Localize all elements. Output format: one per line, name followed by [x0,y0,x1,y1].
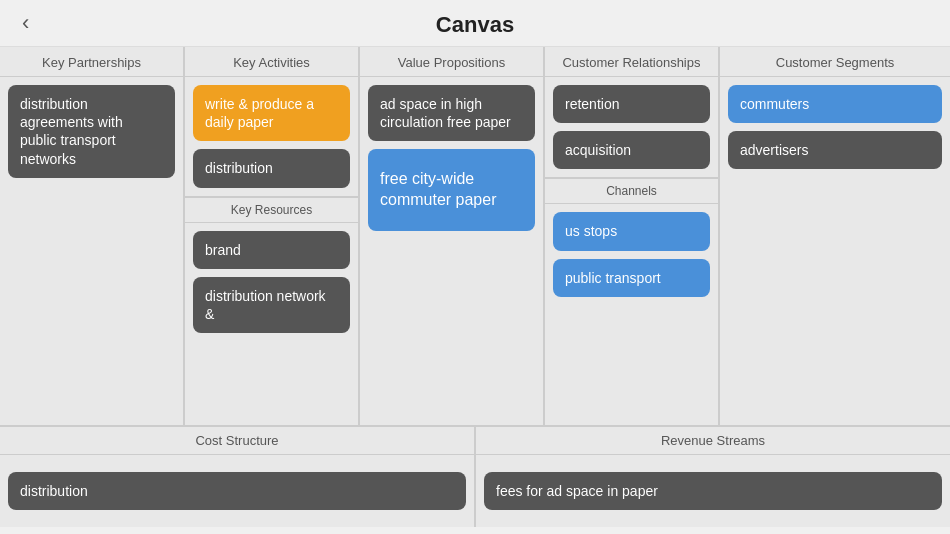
customer-segments-content: commuters advertisers [720,77,950,425]
value-propositions-column: Value Propositions ad space in high circ… [360,47,545,425]
canvas-area: Key Partnerships distribution agreements… [0,47,950,527]
cr-card-1[interactable]: retention [553,85,710,123]
header: ‹ Canvas [0,0,950,47]
partnerships-card-1[interactable]: distribution agreements with public tran… [8,85,175,178]
key-resources-header: Key Resources [185,197,358,223]
customer-segments-header: Customer Segments [720,47,950,77]
customer-relationships-header: Customer Relationships [545,47,718,77]
top-section: Key Partnerships distribution agreements… [0,47,950,427]
cr-card-2[interactable]: acquisition [553,131,710,169]
activities-card-1[interactable]: write & produce a daily paper [193,85,350,141]
page-title: Canvas [436,12,514,37]
revenue-card[interactable]: fees for ad space in paper [484,472,942,510]
activities-card-2[interactable]: distribution [193,149,350,187]
value-card-2[interactable]: free city-wide commuter paper [368,149,535,231]
customer-relationships-channels-column: Customer Relationships retention acquisi… [545,47,720,425]
key-partnerships-header: Key Partnerships [0,47,183,77]
back-button[interactable]: ‹ [14,6,37,40]
segments-card-1[interactable]: commuters [728,85,942,123]
channels-header: Channels [545,178,718,204]
key-activities-header: Key Activities [185,47,358,77]
channels-card-2[interactable]: public transport [553,259,710,297]
key-resources-section: Key Resources brand distribution network… [185,196,358,342]
channels-content: us stops public transport [545,204,718,304]
customer-relationships-content: retention acquisition [545,77,718,177]
key-partnerships-column: Key Partnerships distribution agreements… [0,47,185,425]
cost-card[interactable]: distribution [8,472,466,510]
key-activities-resources-column: Key Activities write & produce a daily p… [185,47,360,425]
key-activities-content: write & produce a daily paper distributi… [185,77,358,196]
key-resources-content: brand distribution network & [185,223,358,342]
revenue-streams-content: fees for ad space in paper [476,455,950,527]
value-propositions-content: ad space in high circulation free paper … [360,77,543,425]
cost-structure-content: distribution [0,455,474,527]
value-card-1[interactable]: ad space in high circulation free paper [368,85,535,141]
channels-card-1[interactable]: us stops [553,212,710,250]
revenue-streams-column: Revenue Streams fees for ad space in pap… [476,427,950,527]
customer-segments-column: Customer Segments commuters advertisers [720,47,950,425]
cost-structure-header: Cost Structure [0,427,474,455]
resources-card-1[interactable]: brand [193,231,350,269]
revenue-streams-header: Revenue Streams [476,427,950,455]
bottom-section: Cost Structure distribution Revenue Stre… [0,427,950,527]
cost-structure-column: Cost Structure distribution [0,427,476,527]
back-icon: ‹ [22,10,29,35]
channels-section: Channels us stops public transport [545,177,718,304]
value-propositions-header: Value Propositions [360,47,543,77]
resources-card-2[interactable]: distribution network & [193,277,350,333]
key-partnerships-content: distribution agreements with public tran… [0,77,183,425]
segments-card-2[interactable]: advertisers [728,131,942,169]
